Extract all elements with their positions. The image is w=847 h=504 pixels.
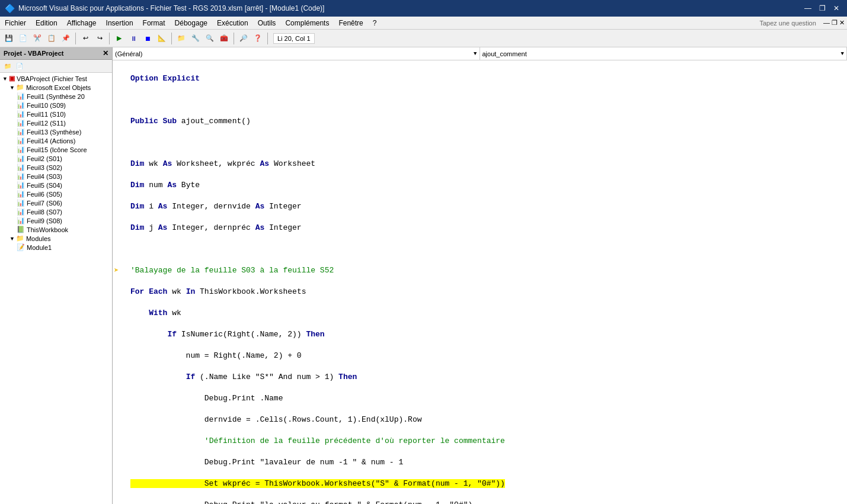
title-bar: 🔷 Microsoft Visual Basic pour Applicatio… — [0, 0, 847, 17]
sidebar-close-button[interactable]: ✕ — [103, 49, 108, 57]
feuil3-label: Feuil3 (S02) — [27, 164, 62, 171]
properties-button[interactable]: 🔧 — [189, 32, 202, 45]
menu-affichage[interactable]: Affichage — [62, 17, 101, 29]
modules-toggle[interactable]: ▼ — [9, 236, 15, 242]
tree-feuil9[interactable]: 📊 Feuil9 (S08) — [0, 216, 112, 225]
tree-feuil6[interactable]: 📊 Feuil6 (S05) — [0, 190, 112, 198]
run-button[interactable]: ▶ — [113, 32, 126, 45]
menu-debogage[interactable]: Débogage — [170, 17, 212, 29]
root-toggle[interactable]: ▼ — [2, 76, 8, 82]
tree-feuil3[interactable]: 📊 Feuil3 (S02) — [0, 163, 112, 172]
tree-feuil7[interactable]: 📊 Feuil7 (S06) — [0, 198, 112, 207]
line-3: Public Sub ajout_comment() — [130, 117, 251, 126]
line-18: 'Définition de la feuille précédente d'o… — [130, 436, 505, 445]
feuil9-label: Feuil9 (S08) — [27, 217, 62, 224]
tree-root[interactable]: ▼ ▣ VBAProject (Fichier Test — [0, 74, 112, 83]
toolbar-sep-5 — [267, 33, 268, 44]
project-explorer-button[interactable]: 📁 — [175, 32, 188, 45]
sheet-icon: 📊 — [17, 92, 25, 100]
tree-thisworkbook[interactable]: 📗 ThisWorkbook — [0, 225, 112, 234]
menu-resize-btns[interactable]: — ❐ ✕ — [821, 19, 847, 27]
menu-outils[interactable]: Outils — [253, 17, 281, 29]
toolbox-button[interactable]: 🧰 — [218, 32, 231, 45]
line-8: Dim j As Integer, dernpréc As Integer — [130, 223, 302, 232]
undo-button[interactable]: ↩ — [79, 32, 92, 45]
menu-fichier[interactable]: Fichier — [0, 17, 31, 29]
line-6: Dim num As Byte — [130, 181, 200, 190]
menu-insertion[interactable]: Insertion — [101, 17, 138, 29]
break-button[interactable]: ⏸ — [127, 32, 140, 45]
tree-feuil14[interactable]: 📊 Feuil14 (Actions) — [0, 136, 112, 145]
proc-dropdown[interactable]: ajout_comment — [480, 49, 847, 59]
tree-module1[interactable]: 📝 Module1 — [0, 243, 112, 252]
line-12: With wk — [130, 309, 181, 317]
tree-modules-folder[interactable]: ▼ 📁 Modules — [0, 234, 112, 243]
reset-button[interactable]: ⏹ — [141, 32, 154, 45]
tree-feuil10[interactable]: 📊 Feuil10 (S09) — [0, 101, 112, 110]
tb-btn-3[interactable]: ✂️ — [31, 32, 44, 45]
tree-feuil8[interactable]: 📊 Feuil8 (S07) — [0, 207, 112, 216]
tb-btn-2[interactable]: 📄 — [17, 32, 30, 45]
help-search: Tapez une question — [755, 20, 820, 27]
tb-btn-4[interactable]: 📋 — [45, 32, 58, 45]
thisworkbook-label: ThisWorkbook — [27, 226, 68, 233]
menu-edition[interactable]: Edition — [31, 17, 62, 29]
workbook-icon: 📗 — [17, 226, 25, 233]
object-browser-button[interactable]: 🔍 — [203, 32, 216, 45]
toolbar-sep-4 — [234, 33, 234, 44]
find-button[interactable]: 🔎 — [237, 32, 250, 45]
menu-complements[interactable]: Compléments — [280, 17, 334, 29]
menu-help[interactable]: ? — [368, 17, 382, 29]
tree-feuil4[interactable]: 📊 Feuil4 (S03) — [0, 172, 112, 181]
line-7: Dim i As Integer, dernvide As Integer — [130, 202, 302, 211]
feuil5-label: Feuil5 (S04) — [27, 182, 62, 189]
tree-feuil11[interactable]: 📊 Feuil11 (S10) — [0, 110, 112, 118]
tree-excel-folder[interactable]: ▼ 📁 Microsoft Excel Objets — [0, 83, 112, 92]
toolbar-sep-3 — [171, 33, 172, 44]
save-button[interactable]: 💾 — [2, 32, 15, 45]
general-dropdown-wrapper: (Général) ▼ — [113, 47, 480, 60]
general-dropdown[interactable]: (Général) — [113, 49, 480, 59]
design-mode-button[interactable]: 📐 — [155, 32, 168, 45]
menu-format[interactable]: Format — [138, 17, 170, 29]
code-editor[interactable]: ➤Option Explicit Public Sub ajout_commen… — [113, 60, 847, 504]
sidebar-tb-btn2[interactable]: 📄 — [14, 61, 25, 72]
sheet-icon: 📊 — [17, 181, 25, 189]
line-17: dernvide = .Cells(.Rows.Count, 1).End(xl… — [130, 415, 421, 424]
line-10: 'Balayage de la feuille S03 à la feuille… — [130, 266, 334, 275]
close-button[interactable]: ✕ — [830, 2, 842, 14]
sheet-icon: 📊 — [17, 119, 25, 127]
project-tree: ▼ ▣ VBAProject (Fichier Test ▼ 📁 Microso… — [0, 73, 112, 504]
tree-feuil1[interactable]: 📊 Feuil1 (Synthèse 20 — [0, 92, 112, 101]
sheet-icon: 📊 — [17, 163, 25, 171]
tree-feuil5[interactable]: 📊 Feuil5 (S04) — [0, 181, 112, 190]
sidebar-title-text: Projet - VBAProject — [4, 50, 63, 57]
redo-button[interactable]: ↪ — [93, 32, 106, 45]
menu-fenetre[interactable]: Fenêtre — [334, 17, 367, 29]
sheet-icon: 📊 — [17, 155, 25, 162]
restore-button[interactable]: ❐ — [816, 2, 828, 14]
help-button[interactable]: ❓ — [251, 32, 264, 45]
code-area: (Général) ▼ ajout_comment ▼ ➤Option Expl… — [113, 47, 847, 504]
sheet-icon: 📊 — [17, 208, 25, 216]
tree-feuil15[interactable]: 📊 Feuil15 (Icône Score — [0, 145, 112, 154]
tree-feuil13[interactable]: 📊 Feuil13 (Synthèse) — [0, 127, 112, 136]
main-layout: Projet - VBAProject ✕ 📁 📄 ▼ ▣ VBAProject… — [0, 47, 847, 504]
tree-feuil2[interactable]: 📊 Feuil2 (S01) — [0, 154, 112, 163]
feuil14-label: Feuil14 (Actions) — [27, 137, 76, 145]
line-20: Set wkpréc = ThisWorkbook.Worksheets("S"… — [130, 479, 505, 488]
tb-btn-5[interactable]: 📌 — [59, 32, 72, 45]
line-19: Debug.Print "lavaleur de num -1 " & num … — [130, 458, 403, 467]
sidebar-tb-btn1[interactable]: 📁 — [2, 61, 13, 72]
sheet-icon: 📊 — [17, 101, 25, 109]
minimize-button[interactable]: — — [802, 2, 814, 14]
feuil15-label: Feuil15 (Icône Score — [27, 146, 87, 153]
cursor-position: Li 20, Col 1 — [273, 33, 315, 44]
feuil13-label: Feuil13 (Synthèse) — [27, 129, 81, 136]
menu-execution[interactable]: Exécution — [212, 17, 253, 29]
excel-folder-toggle[interactable]: ▼ — [9, 85, 15, 91]
line-21: Debug.Print "la valeur au format " & For… — [130, 500, 472, 504]
line-5: Dim wk As Worksheet, wkpréc As Worksheet — [130, 159, 315, 168]
feuil11-label: Feuil11 (S10) — [27, 111, 66, 118]
tree-feuil12[interactable]: 📊 Feuil12 (S11) — [0, 118, 112, 127]
